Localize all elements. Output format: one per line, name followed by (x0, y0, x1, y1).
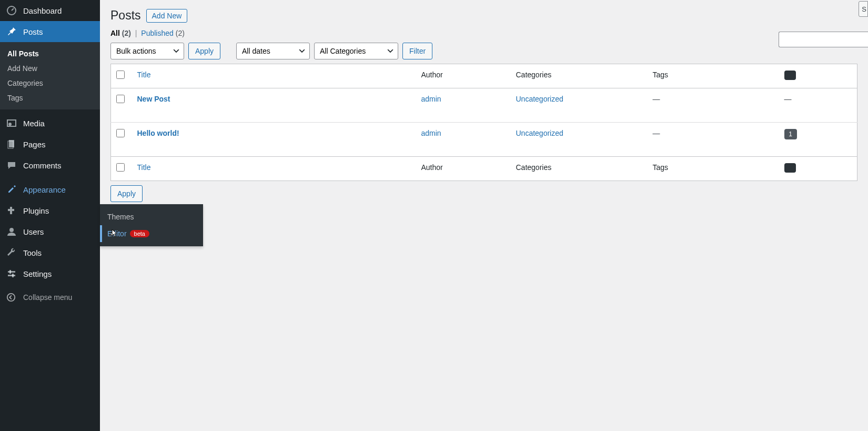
screen-options-area: S (859, 1, 868, 17)
dashboard-icon (6, 5, 18, 16)
comment-icon (784, 71, 796, 80)
post-comments: — (779, 88, 857, 123)
menu-dashboard[interactable]: Dashboard (0, 0, 100, 21)
comment-icon (784, 163, 796, 173)
submenu-tags[interactable]: Tags (0, 91, 100, 105)
post-author-link[interactable]: admin (421, 95, 441, 103)
filter-button[interactable]: Filter (402, 43, 432, 59)
submenu-all-posts[interactable]: All Posts (0, 46, 100, 61)
menu-users[interactable]: Users (0, 221, 100, 242)
bulk-actions-select[interactable]: Bulk actions (110, 43, 184, 59)
add-new-button[interactable]: Add New (146, 9, 188, 23)
pages-icon (6, 139, 18, 149)
media-icon (6, 118, 18, 128)
col-title[interactable]: Title (132, 64, 416, 88)
col-categories: Categories (511, 64, 648, 88)
post-author-link[interactable]: admin (421, 129, 441, 137)
appearance-flyout: Themes Editor beta (100, 204, 203, 246)
filter-published[interactable]: Published (2) (141, 29, 185, 37)
svg-rect-8 (9, 270, 11, 274)
plugins-icon (6, 205, 18, 216)
select-all-top[interactable] (116, 71, 125, 79)
col-comments[interactable] (779, 64, 857, 88)
menu-comments[interactable]: Comments (0, 155, 100, 176)
menu-tools[interactable]: Tools (0, 242, 100, 263)
post-category-link[interactable]: Uncategorized (516, 129, 563, 137)
admin-sidebar: Dashboard Posts All Posts Add New Catego… (0, 0, 100, 431)
screen-options-button-fragment[interactable]: S (859, 1, 868, 17)
col-author: Author (416, 157, 511, 181)
menu-label: Plugins (23, 206, 49, 215)
col-comments[interactable] (779, 157, 857, 181)
menu-posts[interactable]: Posts (0, 21, 100, 42)
main-content: Posts Add New All (2) | Published (2) Bu… (100, 0, 868, 431)
svg-rect-6 (8, 271, 15, 273)
col-tags: Tags (648, 157, 779, 181)
search-posts-input[interactable] (779, 32, 868, 47)
post-tags: — (648, 123, 779, 157)
col-tags: Tags (648, 64, 779, 88)
col-categories: Categories (511, 157, 648, 181)
users-icon (6, 226, 18, 237)
beta-badge: beta (130, 230, 149, 237)
menu-pages[interactable]: Pages (0, 134, 100, 155)
svg-point-2 (8, 123, 12, 126)
posts-submenu: All Posts Add New Categories Tags (0, 42, 100, 109)
menu-media[interactable]: Media (0, 113, 100, 134)
submenu-categories[interactable]: Categories (0, 76, 100, 91)
col-title[interactable]: Title (132, 157, 416, 181)
cursor-icon (109, 229, 118, 238)
menu-label: Pages (23, 140, 46, 149)
apply-bulk-button[interactable]: Apply (188, 43, 220, 59)
svg-point-5 (9, 228, 14, 232)
settings-icon (6, 268, 18, 279)
menu-label: Users (23, 227, 44, 236)
tablenav-bottom: X Apply (110, 185, 857, 202)
collapse-icon (6, 293, 18, 302)
row-checkbox[interactable] (116, 129, 125, 137)
date-filter-select[interactable]: All dates (236, 43, 310, 59)
menu-label: Tools (23, 248, 42, 257)
menu-label: Comments (23, 161, 62, 170)
select-all-bottom[interactable] (116, 163, 125, 172)
posts-table: Title Author Categories Tags New Post ad… (110, 64, 857, 181)
menu-label: Dashboard (23, 6, 62, 15)
table-row: Hello world! admin Uncategorized — 1 (111, 123, 857, 157)
post-tags: — (648, 88, 779, 123)
menu-settings[interactable]: Settings (0, 263, 100, 284)
col-author: Author (416, 64, 511, 88)
post-category-link[interactable]: Uncategorized (516, 95, 563, 103)
search-posts-area (779, 32, 868, 47)
table-row: New Post admin Uncategorized — — (111, 88, 857, 123)
flyout-editor[interactable]: Editor beta (100, 225, 203, 242)
category-filter-select[interactable]: All Categories (314, 43, 398, 59)
row-checkbox[interactable] (116, 95, 125, 103)
apply-bulk-button-bottom[interactable]: Apply (110, 185, 143, 202)
menu-label: Collapse menu (23, 293, 72, 302)
svg-rect-1 (7, 120, 16, 126)
post-title-link[interactable]: New Post (137, 95, 170, 103)
post-title-link[interactable]: Hello world! (137, 129, 179, 137)
filter-all[interactable]: All (2) (110, 29, 131, 37)
menu-label: Settings (23, 269, 52, 278)
appearance-icon (6, 184, 18, 195)
pin-icon (6, 26, 18, 37)
menu-plugins[interactable]: Plugins (0, 200, 100, 221)
submenu-add-new[interactable]: Add New (0, 61, 100, 76)
comments-icon (6, 160, 18, 171)
svg-rect-7 (8, 275, 15, 276)
flyout-themes[interactable]: Themes (100, 208, 203, 225)
post-comments[interactable]: 1 (779, 123, 857, 157)
tools-icon (6, 247, 18, 258)
svg-point-10 (7, 294, 15, 301)
svg-rect-9 (12, 274, 14, 277)
menu-label: Posts (23, 27, 43, 36)
status-filter-links: All (2) | Published (2) (110, 29, 857, 37)
menu-label: Media (23, 119, 45, 128)
collapse-menu[interactable]: Collapse menu (0, 287, 100, 307)
tablenav-top: Bulk actions Apply All dates All Categor… (110, 43, 857, 59)
menu-appearance[interactable]: Appearance (0, 179, 100, 200)
menu-label: Appearance (23, 185, 66, 194)
page-title: Posts (110, 8, 141, 23)
comment-count-icon: 1 (784, 129, 797, 139)
